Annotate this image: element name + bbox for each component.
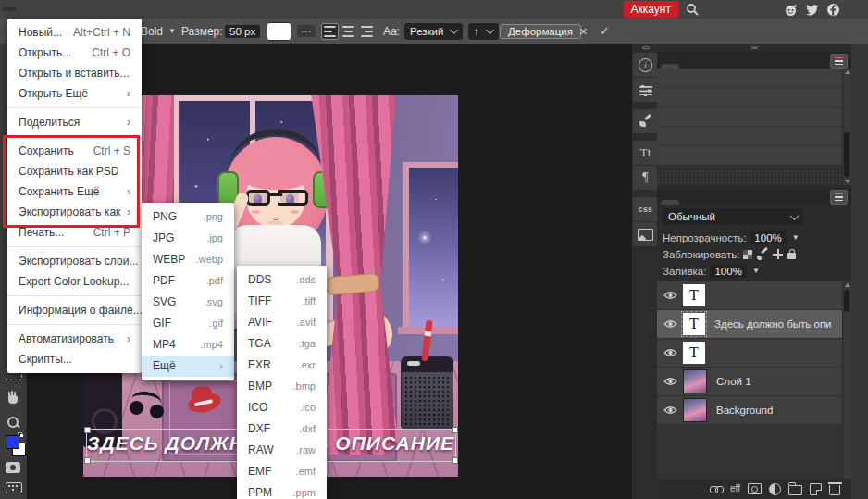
search-icon[interactable] <box>685 2 700 17</box>
opacity-value[interactable]: 100% <box>750 231 786 244</box>
history-step[interactable] <box>657 146 851 165</box>
export-format-item[interactable]: TGA .tga <box>237 333 327 355</box>
export-format-item[interactable]: EMF .emf <box>237 461 327 482</box>
file-menu-item[interactable]: Новый... Alt+Ctrl + N <box>7 22 142 43</box>
hand-tool-icon[interactable] <box>6 391 20 405</box>
file-menu-item[interactable]: Поделиться › <box>7 112 142 132</box>
fill-value[interactable]: 100% <box>710 265 746 278</box>
layer-thumbnail[interactable]: T <box>683 342 705 364</box>
visibility-eye-icon[interactable] <box>657 405 683 415</box>
warp-text-button[interactable]: Деформация <box>500 19 581 44</box>
panel-tab[interactable] <box>698 200 716 205</box>
foreground-color-swatch[interactable] <box>6 435 19 449</box>
align-left-icon[interactable] <box>321 23 339 40</box>
layer-thumbnail[interactable]: T <box>683 284 705 306</box>
blend-mode-select[interactable]: Обычный <box>663 208 803 225</box>
history-step[interactable] <box>657 166 851 184</box>
font-size-value[interactable]: 50 px <box>225 25 260 38</box>
panel-strip-icon[interactable]: css <box>633 197 658 221</box>
menubar-link[interactable] <box>739 7 743 11</box>
dropdown-arrow-icon[interactable]: ▼ <box>752 267 760 275</box>
layer-mask-icon[interactable] <box>748 483 762 494</box>
lock-position-icon[interactable] <box>773 249 783 259</box>
text-color-swatch[interactable] <box>267 19 291 44</box>
file-menu-item[interactable]: Автоматизировать › <box>7 329 142 349</box>
font-style-select[interactable]: Bold ▼ <box>141 19 176 44</box>
twitter-icon[interactable] <box>804 2 819 17</box>
history-step[interactable] <box>657 69 851 87</box>
export-format-item[interactable]: EXR .exr <box>237 355 327 376</box>
confirm-edit-icon[interactable]: ✓ <box>600 19 610 44</box>
menubar-link[interactable] <box>773 7 776 11</box>
layer-row[interactable]: T Здесь должно быть опи <box>657 310 851 339</box>
zoom-tool-icon[interactable] <box>6 415 20 430</box>
file-menu-item[interactable]: Скрипты... <box>7 349 142 369</box>
layer-thumbnail[interactable] <box>683 369 707 393</box>
menubar-item[interactable] <box>120 7 135 11</box>
dropdown-arrow-icon[interactable]: ▼ <box>792 233 800 242</box>
panel-tab[interactable] <box>679 200 698 205</box>
export-format-item[interactable]: BMP .bmp <box>237 376 327 397</box>
history-step[interactable] <box>657 127 851 145</box>
align-right-icon[interactable] <box>358 23 376 40</box>
layer-row[interactable]: T <box>657 339 851 368</box>
panel-menu-icon[interactable] <box>830 190 848 205</box>
panel-strip-icon[interactable] <box>633 78 658 102</box>
export-format-item[interactable]: Ещё › <box>142 356 234 377</box>
export-format-item[interactable]: PDF .pdf <box>142 270 234 292</box>
export-format-item[interactable]: DDS .dds <box>237 269 327 291</box>
collapse-strip-handle[interactable]: <> <box>633 44 658 52</box>
export-format-item[interactable]: JPG .jpg <box>142 228 234 249</box>
panel-menu-icon[interactable] <box>830 54 848 69</box>
file-menu-item[interactable]: Информация о файле... <box>7 300 142 320</box>
menubar-link[interactable] <box>723 7 726 11</box>
layers-scrollbar[interactable] <box>842 281 851 488</box>
file-menu-item[interactable]: Открыть Ещё › <box>7 83 142 104</box>
menubar-link[interactable] <box>706 7 710 11</box>
quick-mask-icon[interactable] <box>6 462 20 473</box>
export-format-item[interactable]: ICO .ico <box>237 397 327 418</box>
menubar-item[interactable] <box>105 7 120 11</box>
new-layer-icon[interactable] <box>810 483 822 495</box>
layer-row[interactable]: Background <box>657 396 851 425</box>
menubar-item[interactable] <box>31 7 46 11</box>
visibility-eye-icon[interactable] <box>657 348 683 357</box>
menubar-item[interactable] <box>91 7 105 11</box>
export-format-item[interactable]: GIF .gif <box>142 313 234 334</box>
menubar-item[interactable] <box>2 7 17 11</box>
export-format-item[interactable]: SVG .svg <box>142 292 234 313</box>
keyboard-shortcuts-icon[interactable] <box>6 482 22 493</box>
history-scrollbar[interactable] <box>842 69 851 185</box>
export-format-item[interactable]: PPM .ppm <box>237 482 327 499</box>
panel-strip-icon[interactable]: ¶ <box>633 166 658 190</box>
visibility-eye-icon[interactable] <box>657 291 683 300</box>
layer-effects-icon[interactable]: eff <box>730 484 740 493</box>
export-format-item[interactable]: RAW .raw <box>237 440 327 461</box>
new-group-icon[interactable] <box>788 485 802 495</box>
panel-strip-icon[interactable]: Tt <box>633 141 658 165</box>
export-format-item[interactable]: WEBP .webp <box>142 249 234 270</box>
export-format-item[interactable]: MP4 .mp4 <box>142 334 234 356</box>
menubar-item[interactable] <box>76 7 91 11</box>
file-menu-item[interactable]: Export Color Lookup... <box>7 271 142 292</box>
menubar-link[interactable] <box>756 7 760 11</box>
export-format-item[interactable]: AVIF .avif <box>237 312 327 333</box>
antialias-select[interactable]: Резкий <box>404 19 463 44</box>
panel-strip-icon[interactable]: i <box>633 53 658 77</box>
export-format-item[interactable]: PNG .png <box>142 206 234 228</box>
collapse-panels-handle[interactable]: >< <box>657 44 851 52</box>
layer-row[interactable]: T <box>657 281 851 310</box>
file-menu-item[interactable]: Экспортировать слои... <box>7 251 142 271</box>
file-menu-item[interactable]: Открыть и вставить... <box>7 63 142 83</box>
cancel-edit-icon[interactable]: × <box>579 19 588 44</box>
color-swatches[interactable] <box>6 432 20 456</box>
history-step[interactable] <box>657 88 851 106</box>
layer-thumbnail[interactable] <box>683 398 707 422</box>
account-button[interactable]: Аккаунт <box>624 1 678 18</box>
export-format-item[interactable]: TIFF .tiff <box>237 291 327 312</box>
visibility-eye-icon[interactable] <box>657 319 683 329</box>
export-format-item[interactable]: DXF .dxf <box>237 418 327 440</box>
menubar-item[interactable] <box>61 7 76 11</box>
menubar-item[interactable] <box>17 7 31 11</box>
layer-row[interactable]: Слой 1 <box>657 368 851 396</box>
